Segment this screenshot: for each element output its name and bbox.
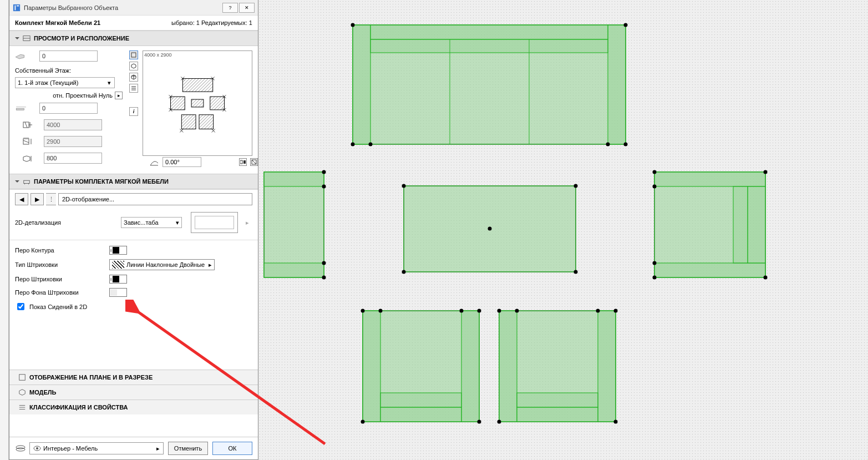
chair-1-shape[interactable] [361,309,481,424]
preview-dims: 4000 x 2900 [144,52,172,58]
svg-rect-42 [608,25,626,144]
detail-next-button[interactable]: ▸ [242,212,252,233]
svg-rect-28 [24,180,30,183]
preview-mode-2d-button[interactable] [129,50,138,59]
mirror-x-button[interactable] [239,158,247,166]
hatch-sample-icon [112,261,124,269]
own-floor-value: 1. 1-й этаж (Текущий) [18,79,104,86]
group-params-title: ПАРАМЕТРЫ КОМПЛЕКТА МЯГКОЙ МЕБЕЛИ [34,178,169,185]
object-preview[interactable]: 4000 x 2900 [143,50,252,156]
svg-point-86 [379,309,383,313]
nav-prev-button[interactable]: ◀ [15,193,28,205]
group-preview-header[interactable]: ПРОСМОТР И РАСПОЛОЖЕНИЕ [9,31,258,46]
hatch-pen-picker[interactable]: I [109,275,127,284]
contour-pen-picker[interactable]: I [109,246,127,255]
elevation-bottom-input[interactable] [39,103,98,114]
close-button[interactable]: ✕ [239,3,255,13]
chair-2-shape[interactable] [498,309,618,424]
group-class-header[interactable]: КЛАССИФИКАЦИЯ И СВОЙСТВА [9,400,258,414]
group-model-header[interactable]: МОДЕЛЬ [9,385,258,400]
preview-mode-wire-button[interactable] [129,73,138,82]
svg-point-83 [478,309,481,313]
svg-point-47 [351,23,355,27]
svg-rect-22 [181,115,196,129]
own-floor-label: Собственный Этаж: [15,67,126,74]
hatch-type-value: Линии Наклонные Двойные [126,261,206,268]
app-icon [13,4,21,12]
hatch-pen-label: Перо Штриховки [15,276,104,282]
svg-point-59 [322,261,326,265]
layer-icon [15,444,26,452]
plan-icon [18,373,26,381]
ok-button[interactable]: ОК [212,442,252,455]
svg-point-57 [322,276,326,280]
svg-rect-5 [16,109,24,110]
dim-x-icon [15,121,40,129]
mirror-y-button[interactable] [250,158,258,166]
svg-rect-18 [182,78,212,92]
layer-combo[interactable]: Интерьер - Мебель ▸ [29,442,164,454]
nav-path[interactable]: 2D-отображение... [58,193,252,205]
group-params-header[interactable]: ПАРАМЕТРЫ КОМПЛЕКТА МЯГКОЙ МЕБЕЛИ [9,174,258,189]
svg-point-87 [460,309,464,313]
detail-preview[interactable] [191,212,238,233]
hatch-type-picker[interactable]: Линии Наклонные Двойные ▸ [109,259,215,270]
svg-rect-69 [748,186,765,263]
svg-rect-81 [380,407,461,422]
show-seats-checkbox[interactable] [17,303,24,310]
help-button[interactable]: ? [222,3,238,13]
svg-point-48 [624,23,628,27]
canvas-svg [258,0,868,460]
detail-combo[interactable]: Завис...таба ▾ [121,217,182,228]
svg-point-97 [515,309,519,313]
hatch-type-label: Тип Штриховки [15,261,104,268]
dim-z-input[interactable] [44,153,102,164]
svg-rect-53 [264,172,324,277]
svg-rect-79 [461,311,479,422]
svg-rect-24 [240,160,242,164]
settings-dialog: Параметры Выбранного Объекта ? ✕ Комплек… [9,0,258,460]
svg-rect-20 [210,97,225,110]
chevron-down-icon: ▾ [176,219,179,226]
svg-rect-68 [654,263,765,277]
elev-top-icon [15,50,27,62]
selection-info: ыбрано: 1 Редактируемых: 1 [171,19,252,26]
table-shape[interactable] [402,184,578,274]
svg-point-65 [488,227,492,231]
preview-mode-3d-button[interactable] [129,62,138,70]
sofa-shape[interactable] [351,23,628,146]
contour-pen-label: Перо Контура [15,247,104,254]
floor-plan-canvas[interactable] [258,0,868,460]
hatch-bg-pen-picker[interactable] [109,288,127,297]
chevron-down-icon [15,179,19,184]
svg-point-73 [653,276,657,280]
svg-point-72 [764,170,768,174]
nav-next-button[interactable]: ▶ [31,193,44,205]
svg-rect-80 [380,393,461,407]
cancel-button[interactable]: Отменить [168,442,208,455]
svg-point-63 [402,270,406,274]
nav-separator: ⋮ [46,193,56,205]
preview-mode-list-button[interactable] [129,84,138,93]
preview-info-button[interactable]: i [129,107,138,116]
svg-point-64 [574,270,578,274]
proj-zero-flyout-button[interactable]: ▸ [115,92,123,99]
angle-input[interactable] [163,157,201,167]
group-plan-header[interactable]: ОТОБРАЖЕНИЕ НА ПЛАНЕ И В РАЗРЕЗЕ [9,370,258,385]
dim-y-input [44,136,102,147]
armchair-left-shape[interactable] [264,170,326,280]
left-ruler-strip [0,0,9,460]
elevation-top-input[interactable] [39,50,98,62]
titlebar[interactable]: Параметры Выбранного Объекта ? ✕ [9,0,258,16]
svg-rect-90 [598,311,616,422]
svg-point-94 [614,309,618,313]
armchair-right-shape[interactable] [653,170,768,280]
svg-rect-92 [517,407,598,422]
own-floor-combo[interactable]: 1. 1-й этаж (Текущий) ▾ [15,77,115,88]
svg-rect-91 [517,393,598,407]
svg-rect-43 [370,25,608,39]
svg-point-56 [322,170,326,174]
svg-rect-54 [264,172,324,186]
chevron-down-icon [15,36,19,41]
group-model-title: МОДЕЛЬ [29,389,56,396]
